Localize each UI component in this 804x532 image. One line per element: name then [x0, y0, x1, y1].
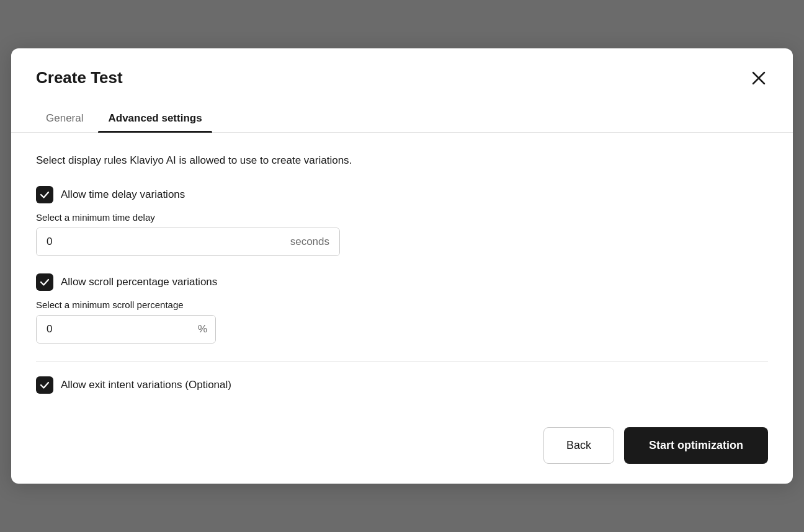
section-description: Select display rules Klaviyo AI is allow…: [36, 153, 768, 169]
exit-intent-checkbox[interactable]: [36, 376, 53, 394]
time-delay-checkbox-row: Allow time delay variations: [36, 186, 768, 203]
scroll-percentage-suffix: %: [188, 316, 216, 343]
close-button[interactable]: [749, 69, 768, 87]
start-optimization-button[interactable]: Start optimization: [624, 427, 768, 464]
scroll-percentage-input[interactable]: [37, 316, 188, 343]
time-delay-input-wrapper: seconds: [36, 228, 340, 256]
modal-title: Create Test: [36, 68, 123, 87]
scroll-percentage-checkbox[interactable]: [36, 273, 53, 291]
modal-header: Create Test: [11, 48, 793, 87]
tab-general[interactable]: General: [36, 105, 93, 132]
time-delay-input[interactable]: [37, 228, 280, 255]
exit-intent-checkbox-row: Allow exit intent variations (Optional): [36, 376, 768, 394]
time-delay-field-label: Select a minimum time delay: [36, 212, 768, 223]
modal-dialog: Create Test General Advanced settings Se…: [11, 48, 793, 484]
exit-intent-label: Allow exit intent variations (Optional): [61, 379, 231, 391]
back-button[interactable]: Back: [543, 427, 614, 464]
tab-advanced-settings[interactable]: Advanced settings: [98, 105, 212, 132]
scroll-percentage-label: Allow scroll percentage variations: [61, 276, 217, 288]
modal-body: Select display rules Klaviyo AI is allow…: [11, 133, 793, 417]
time-delay-label: Allow time delay variations: [61, 188, 185, 201]
tabs-container: General Advanced settings: [11, 105, 793, 133]
scroll-percentage-field-label: Select a minimum scroll percentage: [36, 299, 768, 310]
time-delay-suffix: seconds: [280, 228, 339, 255]
scroll-percentage-checkbox-row: Allow scroll percentage variations: [36, 273, 768, 291]
modal-overlay: Create Test General Advanced settings Se…: [0, 0, 804, 532]
scroll-percentage-input-wrapper: %: [36, 315, 216, 344]
modal-footer: Back Start optimization: [11, 417, 793, 484]
time-delay-checkbox[interactable]: [36, 186, 53, 203]
section-divider: [36, 361, 768, 361]
